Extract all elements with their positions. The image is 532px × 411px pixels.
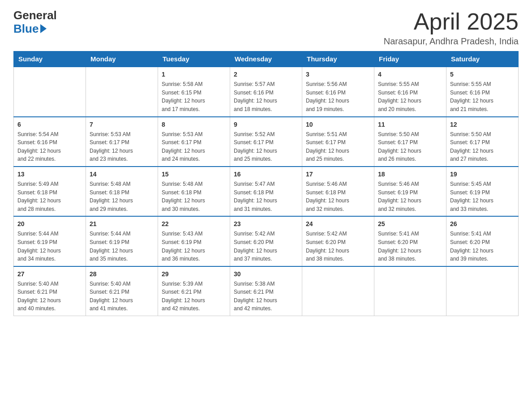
- day-number: 25: [378, 219, 442, 229]
- logo-blue-text: Blue: [13, 22, 47, 36]
- day-info: Sunrise: 5:52 AM Sunset: 6:17 PM Dayligh…: [234, 130, 298, 163]
- table-row: 11Sunrise: 5:50 AM Sunset: 6:17 PM Dayli…: [374, 117, 446, 167]
- table-row: [302, 266, 374, 316]
- day-number: 13: [17, 170, 82, 179]
- col-friday: Friday: [374, 51, 446, 67]
- table-row: 16Sunrise: 5:47 AM Sunset: 6:18 PM Dayli…: [230, 167, 302, 216]
- title-block: April 2025 Narasapur, Andhra Pradesh, In…: [384, 9, 519, 47]
- week-row-5: 27Sunrise: 5:40 AM Sunset: 6:21 PM Dayli…: [14, 266, 519, 316]
- day-number: 15: [162, 170, 226, 179]
- col-sunday: Sunday: [14, 51, 86, 67]
- day-info: Sunrise: 5:49 AM Sunset: 6:18 PM Dayligh…: [17, 180, 82, 213]
- week-row-1: 1Sunrise: 5:58 AM Sunset: 6:15 PM Daylig…: [14, 67, 519, 116]
- calendar-header-row: Sunday Monday Tuesday Wednesday Thursday…: [14, 51, 519, 67]
- day-info: Sunrise: 5:43 AM Sunset: 6:19 PM Dayligh…: [162, 230, 226, 263]
- col-tuesday: Tuesday: [158, 51, 230, 67]
- table-row: 15Sunrise: 5:48 AM Sunset: 6:18 PM Dayli…: [158, 167, 230, 216]
- day-info: Sunrise: 5:44 AM Sunset: 6:19 PM Dayligh…: [90, 230, 154, 263]
- day-info: Sunrise: 5:58 AM Sunset: 6:15 PM Dayligh…: [162, 80, 226, 113]
- day-number: 8: [162, 120, 226, 129]
- table-row: 5Sunrise: 5:55 AM Sunset: 6:16 PM Daylig…: [446, 67, 519, 116]
- table-row: 13Sunrise: 5:49 AM Sunset: 6:18 PM Dayli…: [14, 167, 86, 216]
- day-number: 22: [162, 219, 226, 229]
- day-number: 29: [162, 270, 226, 279]
- day-info: Sunrise: 5:50 AM Sunset: 6:17 PM Dayligh…: [450, 130, 515, 163]
- day-number: 10: [306, 120, 370, 129]
- table-row: [374, 266, 446, 316]
- day-number: 30: [234, 270, 298, 279]
- day-info: Sunrise: 5:54 AM Sunset: 6:16 PM Dayligh…: [17, 130, 82, 163]
- day-info: Sunrise: 5:55 AM Sunset: 6:16 PM Dayligh…: [378, 80, 442, 113]
- week-row-2: 6Sunrise: 5:54 AM Sunset: 6:16 PM Daylig…: [14, 117, 519, 167]
- table-row: 17Sunrise: 5:46 AM Sunset: 6:18 PM Dayli…: [302, 167, 374, 216]
- page-header: General Blue April 2025 Narasapur, Andhr…: [13, 9, 519, 47]
- month-title: April 2025: [384, 9, 519, 34]
- day-info: Sunrise: 5:48 AM Sunset: 6:18 PM Dayligh…: [162, 180, 226, 213]
- day-info: Sunrise: 5:56 AM Sunset: 6:16 PM Dayligh…: [306, 80, 370, 113]
- day-number: 18: [378, 170, 442, 179]
- table-row: 23Sunrise: 5:42 AM Sunset: 6:20 PM Dayli…: [230, 216, 302, 266]
- day-number: 6: [17, 120, 82, 129]
- day-number: 4: [378, 70, 442, 79]
- table-row: 28Sunrise: 5:40 AM Sunset: 6:21 PM Dayli…: [86, 266, 158, 316]
- day-number: 17: [306, 170, 370, 179]
- day-number: 3: [306, 70, 370, 79]
- day-info: Sunrise: 5:42 AM Sunset: 6:20 PM Dayligh…: [234, 230, 298, 263]
- table-row: 1Sunrise: 5:58 AM Sunset: 6:15 PM Daylig…: [158, 67, 230, 116]
- day-info: Sunrise: 5:51 AM Sunset: 6:17 PM Dayligh…: [306, 130, 370, 163]
- table-row: 22Sunrise: 5:43 AM Sunset: 6:19 PM Dayli…: [158, 216, 230, 266]
- day-number: 20: [17, 219, 82, 229]
- day-number: 16: [234, 170, 298, 179]
- day-info: Sunrise: 5:48 AM Sunset: 6:18 PM Dayligh…: [90, 180, 154, 213]
- day-number: 14: [90, 170, 154, 179]
- table-row: 21Sunrise: 5:44 AM Sunset: 6:19 PM Dayli…: [86, 216, 158, 266]
- table-row: 12Sunrise: 5:50 AM Sunset: 6:17 PM Dayli…: [446, 117, 519, 167]
- location-text: Narasapur, Andhra Pradesh, India: [384, 36, 519, 47]
- table-row: 25Sunrise: 5:41 AM Sunset: 6:20 PM Dayli…: [374, 216, 446, 266]
- table-row: 30Sunrise: 5:38 AM Sunset: 6:21 PM Dayli…: [230, 266, 302, 316]
- week-row-3: 13Sunrise: 5:49 AM Sunset: 6:18 PM Dayli…: [14, 167, 519, 216]
- day-number: 28: [90, 270, 154, 279]
- table-row: [14, 67, 86, 116]
- day-info: Sunrise: 5:46 AM Sunset: 6:18 PM Dayligh…: [306, 180, 370, 213]
- day-info: Sunrise: 5:53 AM Sunset: 6:17 PM Dayligh…: [162, 130, 226, 163]
- day-info: Sunrise: 5:41 AM Sunset: 6:20 PM Dayligh…: [378, 230, 442, 263]
- day-number: 1: [162, 70, 226, 79]
- col-wednesday: Wednesday: [230, 51, 302, 67]
- day-info: Sunrise: 5:45 AM Sunset: 6:19 PM Dayligh…: [450, 180, 515, 213]
- day-info: Sunrise: 5:38 AM Sunset: 6:21 PM Dayligh…: [234, 280, 298, 313]
- table-row: 18Sunrise: 5:46 AM Sunset: 6:19 PM Dayli…: [374, 167, 446, 216]
- day-number: 27: [17, 270, 82, 279]
- table-row: 9Sunrise: 5:52 AM Sunset: 6:17 PM Daylig…: [230, 117, 302, 167]
- day-info: Sunrise: 5:55 AM Sunset: 6:16 PM Dayligh…: [450, 80, 515, 113]
- table-row: [86, 67, 158, 116]
- day-number: 2: [234, 70, 298, 79]
- table-row: 4Sunrise: 5:55 AM Sunset: 6:16 PM Daylig…: [374, 67, 446, 116]
- table-row: [446, 266, 519, 316]
- logo-triangle-icon: [40, 24, 47, 33]
- day-info: Sunrise: 5:47 AM Sunset: 6:18 PM Dayligh…: [234, 180, 298, 213]
- logo-general-text: General: [13, 9, 57, 22]
- day-number: 26: [450, 219, 515, 229]
- table-row: 26Sunrise: 5:41 AM Sunset: 6:20 PM Dayli…: [446, 216, 519, 266]
- day-number: 19: [450, 170, 515, 179]
- table-row: 20Sunrise: 5:44 AM Sunset: 6:19 PM Dayli…: [14, 216, 86, 266]
- day-number: 5: [450, 70, 515, 79]
- day-info: Sunrise: 5:41 AM Sunset: 6:20 PM Dayligh…: [450, 230, 515, 263]
- day-info: Sunrise: 5:46 AM Sunset: 6:19 PM Dayligh…: [378, 180, 442, 213]
- col-saturday: Saturday: [446, 51, 519, 67]
- day-info: Sunrise: 5:44 AM Sunset: 6:19 PM Dayligh…: [17, 230, 82, 263]
- day-number: 7: [90, 120, 154, 129]
- day-number: 12: [450, 120, 515, 129]
- logo: General Blue: [13, 9, 57, 36]
- table-row: 27Sunrise: 5:40 AM Sunset: 6:21 PM Dayli…: [14, 266, 86, 316]
- day-info: Sunrise: 5:39 AM Sunset: 6:21 PM Dayligh…: [162, 280, 226, 313]
- day-number: 9: [234, 120, 298, 129]
- day-info: Sunrise: 5:40 AM Sunset: 6:21 PM Dayligh…: [90, 280, 154, 313]
- table-row: 2Sunrise: 5:57 AM Sunset: 6:16 PM Daylig…: [230, 67, 302, 116]
- day-number: 23: [234, 219, 298, 229]
- day-info: Sunrise: 5:40 AM Sunset: 6:21 PM Dayligh…: [17, 280, 82, 313]
- calendar-table: Sunday Monday Tuesday Wednesday Thursday…: [13, 51, 519, 316]
- week-row-4: 20Sunrise: 5:44 AM Sunset: 6:19 PM Dayli…: [14, 216, 519, 266]
- col-thursday: Thursday: [302, 51, 374, 67]
